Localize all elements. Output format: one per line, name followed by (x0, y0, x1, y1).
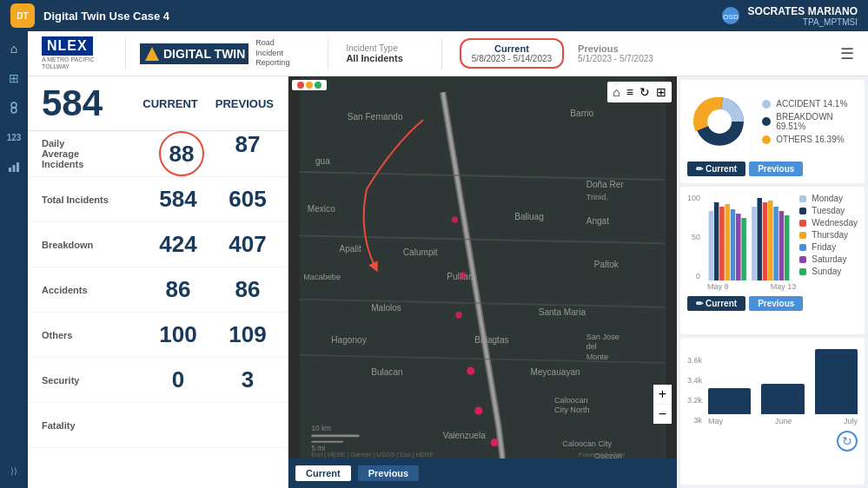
pie-chart (687, 87, 752, 156)
map-toolbar (292, 80, 327, 90)
svg-point-48 (452, 216, 458, 222)
svg-text:Hagonoy: Hagonoy (331, 335, 367, 345)
svg-text:Santa Maria: Santa Maria (539, 307, 586, 317)
bar-chart-xlabels: May 8 May 13 (707, 282, 796, 291)
svg-text:Baliuag: Baliuag (514, 212, 544, 221)
small-bar-may-rect (708, 388, 751, 414)
friday-label: Friday (812, 242, 836, 252)
legend-monday: Monday (799, 194, 858, 203)
legend-breakdown: BREAKDOWN 69.51% (762, 112, 858, 131)
small-bar-july (815, 345, 858, 414)
map-home-btn[interactable]: ⌂ (610, 84, 622, 100)
thursday-dot (799, 232, 806, 239)
svg-point-4 (11, 102, 17, 108)
legend-wednesday: Wednesday (799, 218, 858, 228)
others-label: OTHERS 16.39% (776, 135, 844, 144)
pie-current-btn[interactable]: ✏ Current (687, 162, 745, 176)
legend-accident: ACCIDENT 14.1% (762, 99, 858, 109)
map-view-controls[interactable]: ⌂ ≡ ↻ ⊞ (607, 82, 672, 102)
daily-previous: 87 (222, 131, 274, 176)
map-svg: Barrio gua Doña Rer Trinid. Mexico Baliu… (288, 76, 677, 458)
others-current: 100 (152, 321, 204, 348)
map-zoom-in[interactable]: + (653, 385, 672, 405)
svg-rect-71 (773, 207, 779, 280)
bar-current-btn[interactable]: ✏ Current (687, 296, 745, 311)
svg-text:San Fernando: San Fernando (348, 112, 403, 122)
stat-values-accidents: 86 86 (152, 276, 274, 303)
pie-previous-btn[interactable]: Previous (749, 162, 803, 176)
map-bottom-bar: Current Previous (288, 458, 677, 488)
map-zoom-controls[interactable]: + − (653, 385, 672, 424)
current-date: 5/8/2023 - 5/14/2023 (472, 54, 552, 63)
accident-dot (762, 100, 771, 109)
small-y2: 3.4k (687, 376, 702, 385)
osd-icon: OSD (720, 5, 741, 26)
small-chart-bars: May June July (708, 345, 858, 425)
stat-row-total: Total Incidents 584 605 (28, 177, 288, 222)
map-rotate-btn[interactable]: ↻ (637, 84, 653, 100)
sidebar-item-grid[interactable]: ⊞ (3, 68, 24, 89)
svg-text:del: del (586, 342, 597, 351)
user-name: SOCRATES MARIANO (748, 5, 858, 17)
svg-rect-65 (736, 214, 741, 280)
sidebar-item-home[interactable]: ⌂ (3, 38, 24, 59)
sidebar-item-layers[interactable] (3, 97, 24, 118)
map-list-btn[interactable]: ≡ (624, 84, 636, 100)
svg-rect-60 (709, 211, 714, 280)
map-previous-btn[interactable]: Previous (358, 465, 419, 481)
stats-header: 584 CURRENT PREVIOUS (28, 76, 288, 131)
pie-row: ACCIDENT 14.1% BREAKDOWN 69.51% OTHERS 1… (687, 87, 858, 156)
legend-sunday: Sunday (799, 267, 858, 276)
daily-current: 88 (156, 141, 208, 168)
main-layout: ⌂ ⊞ 123 ⟩⟩ NLEX A METRO PACIFIC TOLLWAY (0, 31, 868, 488)
stat-label-fatality: Fatality (42, 420, 120, 431)
x-label-may8: May 8 (707, 282, 729, 291)
friday-dot (799, 244, 806, 251)
incident-type-label: Incident Type (346, 43, 402, 53)
breakdown-previous: 407 (222, 231, 274, 258)
map-frame[interactable]: Barrio gua Doña Rer Trinid. Mexico Baliu… (288, 76, 677, 458)
svg-point-5 (11, 108, 17, 113)
stat-values-security: 0 3 (152, 366, 274, 393)
small-bars-container (708, 345, 858, 414)
small-chart-content: 3.6k 3.4k 3.2k 3k (687, 345, 858, 425)
svg-rect-8 (17, 162, 19, 172)
map-zoom-out[interactable]: − (653, 405, 672, 424)
stat-row-daily: DailyAverageIncidents 88 87 (28, 131, 288, 177)
right-panel: ACCIDENT 14.1% BREAKDOWN 69.51% OTHERS 1… (677, 76, 868, 488)
monday-label: Monday (812, 194, 843, 203)
header-divider-2 (441, 38, 442, 69)
svg-rect-49 (311, 435, 359, 438)
svg-point-46 (455, 312, 461, 318)
svg-text:Barrio: Barrio (570, 109, 593, 118)
svg-text:City North: City North (554, 406, 590, 414)
sidebar-item-expand[interactable]: ⟩⟩ (3, 460, 24, 481)
sidebar-item-123[interactable]: 123 (3, 127, 24, 148)
pie-edit-icon: ✏ (696, 164, 703, 174)
refresh-btn[interactable]: ↻ (837, 431, 858, 452)
previous-date: 5/1/2023 - 5/7/2023 (578, 54, 653, 63)
pie-legend: ACCIDENT 14.1% BREAKDOWN 69.51% OTHERS 1… (762, 99, 858, 144)
dt-sub: RoadIncidentReporting (255, 38, 289, 69)
svg-text:Malolos: Malolos (371, 303, 401, 313)
others-dot (762, 135, 771, 144)
current-period: Current 5/8/2023 - 5/14/2023 (460, 38, 564, 69)
x-label-may13: May 13 (771, 282, 797, 291)
bar-previous-btn[interactable]: Previous (749, 296, 803, 311)
svg-text:San Jose: San Jose (586, 333, 620, 341)
svg-rect-61 (714, 202, 719, 280)
nlex-label: NLEX (42, 36, 93, 56)
body-area: 584 CURRENT PREVIOUS DailyAverageInciden… (28, 76, 868, 488)
svg-rect-72 (779, 211, 785, 280)
map-grid-btn[interactable]: ⊞ (653, 84, 669, 100)
svg-text:Balagtas: Balagtas (474, 335, 508, 345)
svg-point-56 (707, 109, 732, 134)
svg-text:Monte: Monte (586, 353, 608, 361)
small-chart-refresh[interactable]: ↻ (687, 431, 858, 452)
header-logo: NLEX A METRO PACIFIC TOLLWAY DIGITAL TWI… (42, 36, 289, 69)
sidebar-item-chart[interactable] (3, 156, 24, 177)
menu-icon[interactable]: ☰ (840, 44, 854, 63)
bar-card-footer: ✏ Current Previous (687, 296, 858, 311)
map-current-btn[interactable]: Current (295, 465, 351, 481)
daily-current-circle: 88 (159, 131, 204, 176)
